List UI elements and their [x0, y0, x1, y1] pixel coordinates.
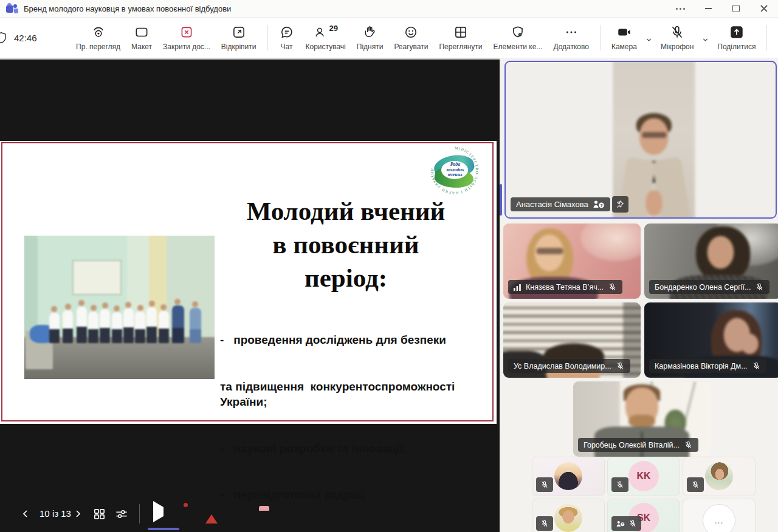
svg-text:?: ? [600, 203, 603, 208]
participant-name-pill: Ус Владислав Володимир... [508, 359, 630, 373]
avatar-tile-2[interactable] [683, 457, 756, 496]
grid-icon [453, 24, 469, 40]
pin-icon [616, 200, 625, 209]
grid-view-button[interactable] [92, 507, 106, 521]
highlighter-tool[interactable] [231, 505, 233, 514]
signal-bars-icon [514, 284, 522, 291]
deckbar-divider [139, 504, 140, 523]
svg-text:?: ? [622, 522, 624, 526]
avatar-initials: KK [628, 461, 659, 491]
ministry-logo: МІНІСТЕРСТВО ОСВІТИ І НАУКИ УКРАЇНИ Рада… [429, 145, 481, 197]
mic-off-badge [536, 477, 553, 492]
view-button[interactable]: Переглянути [433, 20, 487, 55]
video-tile-us[interactable]: Ус Владислав Володимир... [503, 302, 641, 378]
mic-off-icon [616, 480, 624, 489]
smiley-icon [403, 24, 419, 40]
window-more-button[interactable] [666, 0, 694, 17]
video-feed [504, 61, 777, 219]
avatar-tile-3[interactable] [532, 499, 605, 532]
chat-icon [279, 24, 295, 40]
avatar [554, 504, 582, 532]
title-bar: Бренд молодого науковця в умовах повоєнн… [0, 0, 778, 18]
unpin-tile-button[interactable] [612, 196, 628, 213]
participant-name-pill: Горобець Олексій Віталій... [578, 438, 698, 452]
presentation-slide: МІНІСТЕРСТВО ОСВІТИ І НАУКИ УКРАЇНИ Рада… [0, 141, 497, 424]
mic-off-icon [540, 519, 549, 528]
stage-top-border [0, 58, 500, 60]
overflow-tile[interactable]: ... [683, 499, 756, 532]
mic-off-badge [536, 516, 553, 531]
participant-name-pill: Бондаренко Олена Сергії... [649, 280, 769, 294]
mic-off-icon [755, 282, 764, 292]
avatar [554, 462, 582, 490]
mic-off-icon [540, 480, 549, 489]
participant-name-pill: Анастасія Сімахова ? [511, 197, 610, 211]
raise-hand-button[interactable]: Підняти [351, 20, 389, 55]
video-tile-karmazinova[interactable]: Кармазінова Вікторія Дм... [644, 302, 778, 378]
meeting-controls-button[interactable]: Елементи ке... [488, 20, 548, 55]
mic-off-badge [687, 477, 704, 492]
popout-icon [231, 24, 247, 40]
video-tile-bondarenko[interactable]: Бондаренко Олена Сергії... [644, 223, 778, 299]
slide-settings-button[interactable] [114, 507, 129, 521]
pointer-tool-button[interactable] [153, 507, 164, 516]
window-title: Бренд молодого науковця в умовах повоєнн… [24, 4, 231, 13]
next-slide-button[interactable] [73, 508, 83, 519]
mic-off-icon [616, 361, 625, 370]
mic-off-icon [669, 24, 685, 40]
pen-tool[interactable] [205, 505, 218, 514]
video-tile-horobets[interactable]: Горобець Олексій Віталій... [573, 381, 711, 457]
deck-control-bar: 10 із 13 [0, 497, 500, 532]
more-participants-indicator: ... [703, 504, 735, 532]
mic-button[interactable]: Мікрофон [655, 20, 699, 55]
mic-off-icon [608, 282, 617, 292]
avatar-tile-sk[interactable]: SK ? [607, 499, 680, 532]
meeting-timer: 42:46 [14, 33, 37, 43]
layout-icon [134, 24, 150, 40]
avatar-tile-1[interactable] [532, 457, 605, 496]
more-actions-button[interactable]: Додатково [548, 20, 594, 55]
window-minimize-button[interactable] [694, 0, 722, 17]
avatar [705, 462, 733, 490]
participant-name-pill: Князєва Тетяна В’яч... [508, 280, 622, 294]
toolbar-divider [766, 25, 767, 50]
hand-icon [362, 24, 378, 40]
mic-off-icon [752, 361, 761, 370]
presenter-preview-button[interactable]: Пр. перегляд [71, 20, 126, 55]
video-tile-pinned-speaker[interactable]: Анастасія Сімахова ? [504, 61, 777, 219]
highlighter-icon [231, 505, 233, 514]
eye-icon [91, 24, 106, 40]
avatar-tile-kk[interactable]: KK [607, 457, 680, 496]
leave-button[interactable]: Вийти [773, 20, 778, 55]
scrollbar-thumb[interactable] [500, 184, 502, 216]
video-tile-knyazeva[interactable]: Князєва Тетяна В’яч... [503, 223, 641, 299]
layout-button[interactable]: Макет [126, 20, 157, 55]
pen-icon [205, 505, 218, 514]
people-icon: ? [616, 520, 625, 528]
toolbar-divider [267, 25, 268, 50]
camera-chevron[interactable] [642, 36, 655, 44]
react-button[interactable]: Реагувати [388, 20, 433, 55]
unpin-button[interactable]: Відкріпити [216, 20, 262, 55]
share-icon [729, 24, 745, 40]
window-close-button[interactable] [750, 0, 778, 17]
attendee-mic-off-badge: ? [611, 516, 641, 531]
share-button[interactable]: Поділитися [712, 20, 761, 55]
person-icon [313, 24, 328, 40]
previous-slide-button[interactable] [21, 508, 30, 519]
mic-chevron[interactable] [699, 36, 712, 44]
mic-off-badge [611, 477, 628, 492]
camera-button[interactable]: Камера [606, 20, 642, 55]
ellipsis-icon [563, 24, 579, 40]
teams-meeting-window: Бренд молодого науковця в умовах повоєнн… [0, 0, 778, 532]
camera-icon [616, 24, 633, 40]
stop-sharing-button[interactable]: Закрити дос... [157, 20, 216, 55]
shield-gear-icon [510, 24, 526, 40]
participant-name-pill: Кармазінова Вікторія Дм... [649, 359, 766, 373]
chat-button[interactable]: Чат [274, 20, 300, 55]
participant-count: 29 [329, 24, 337, 33]
participants-button[interactable]: 29 Користувачі [300, 20, 351, 55]
mic-off-icon [684, 440, 693, 449]
window-maximize-button[interactable] [722, 0, 750, 17]
slide-title: Молодий вчений в повоєнний період: [205, 194, 486, 295]
